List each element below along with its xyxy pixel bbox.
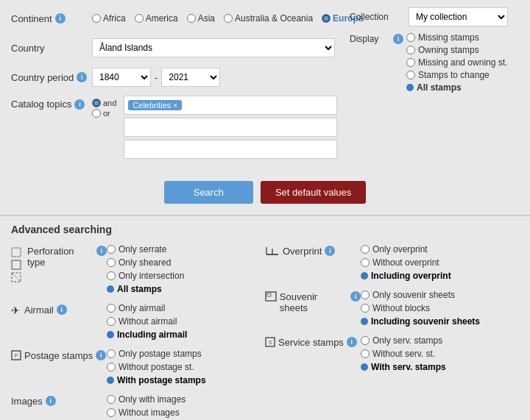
images-info-icon[interactable]: i bbox=[46, 396, 56, 406]
overprint-without[interactable]: Without overprint bbox=[361, 257, 451, 268]
service-info-icon[interactable]: i bbox=[347, 337, 357, 347]
souvenir-info-icon[interactable]: i bbox=[350, 291, 361, 302]
images-options: Only with images Without images With ima… bbox=[107, 394, 186, 420]
perforation-options: Only serrate Only sheared Only intersect… bbox=[107, 244, 184, 294]
souvenir-without-blocks[interactable]: Without blocks bbox=[361, 303, 480, 313]
airmail-without[interactable]: Without airmail bbox=[107, 316, 187, 327]
airmail-only[interactable]: Only airmail bbox=[107, 303, 187, 313]
svg-rect-10 bbox=[267, 293, 271, 296]
display-owning[interactable]: Owning stamps bbox=[406, 45, 507, 55]
airmail-including[interactable]: Including airmail bbox=[107, 330, 187, 340]
perf-only-intersection[interactable]: Only intersection bbox=[107, 271, 184, 281]
airmail-group: ✈ Airmail i Only airmail Without airmail bbox=[11, 303, 265, 340]
perforation-group: Perforation type i Only serrate Only she… bbox=[11, 244, 265, 294]
continent-info-icon[interactable]: i bbox=[55, 13, 66, 24]
country-period-info-icon[interactable]: i bbox=[77, 72, 87, 82]
period-separator: - bbox=[155, 72, 158, 83]
souvenir-only[interactable]: Only souvenir sheets bbox=[361, 290, 480, 300]
service-only[interactable]: Only serv. stamps bbox=[361, 335, 446, 346]
service-dot bbox=[361, 363, 368, 371]
souvenir-group: Souvenir sheets i Only souvenir sheets W… bbox=[265, 290, 519, 327]
continent-asia[interactable]: Asia bbox=[187, 13, 215, 24]
catalog-topics-info-icon[interactable]: i bbox=[74, 99, 85, 110]
airmail-options: Only airmail Without airmail Including a… bbox=[107, 303, 187, 340]
svg-text:P: P bbox=[15, 353, 18, 358]
continent-radio-group: Africa America Asia Australia & Oceania … bbox=[92, 13, 363, 24]
perf-all-stamps[interactable]: All stamps bbox=[107, 284, 184, 294]
overprint-label: Overprint bbox=[283, 246, 322, 257]
collection-select[interactable]: My collection bbox=[409, 7, 508, 26]
period-row: 1840 - 2021 bbox=[92, 68, 220, 87]
postage-without[interactable]: Without postage st. bbox=[107, 362, 206, 372]
overprint-info-icon[interactable]: i bbox=[325, 246, 335, 256]
service-group: S Service stamps i Only serv. stamps Wit… bbox=[265, 335, 519, 372]
tag-celebrities[interactable]: Celebrities × bbox=[128, 100, 182, 110]
images-only[interactable]: Only with images bbox=[107, 394, 186, 405]
display-info-icon[interactable]: i bbox=[393, 34, 403, 44]
country-period-label: Country period bbox=[11, 72, 74, 83]
display-missing[interactable]: Missing stamps bbox=[406, 32, 507, 43]
search-button[interactable]: Search bbox=[164, 181, 253, 204]
continent-australia[interactable]: Australia & Oceania bbox=[224, 13, 313, 24]
perf-only-sheared[interactable]: Only sheared bbox=[107, 257, 184, 268]
airmail-dot bbox=[107, 331, 114, 338]
postage-only[interactable]: Only postage stamps bbox=[107, 349, 206, 359]
sheared-icon bbox=[11, 260, 21, 270]
perforation-label: Perforation type bbox=[27, 246, 93, 268]
souvenir-including[interactable]: Including souvenir sheets bbox=[361, 316, 480, 327]
serrate-icon bbox=[11, 247, 21, 257]
country-label: Country bbox=[11, 43, 45, 54]
service-icon: S bbox=[265, 337, 275, 347]
display-missing-owning[interactable]: Missing and owning st. bbox=[406, 57, 507, 68]
overprint-group: Overprint i Only overprint Without overp… bbox=[265, 244, 519, 281]
postage-info-icon[interactable]: i bbox=[96, 350, 106, 360]
set-default-button[interactable]: Set default values bbox=[261, 181, 366, 204]
advanced-section: Advanced searching bbox=[0, 215, 530, 420]
souvenir-dot bbox=[361, 318, 368, 325]
button-row: Search Set default values bbox=[0, 181, 530, 204]
display-all-stamps[interactable]: All stamps bbox=[406, 82, 507, 93]
overprint-icon bbox=[265, 246, 280, 256]
tag-label: Celebrities bbox=[132, 101, 171, 110]
continent-africa[interactable]: Africa bbox=[92, 13, 126, 24]
images-without[interactable]: Without images bbox=[107, 407, 186, 418]
overprint-options: Only overprint Without overprint Includi… bbox=[361, 244, 451, 281]
service-label: Service stamps bbox=[278, 337, 344, 348]
service-with[interactable]: With serv. stamps bbox=[361, 362, 446, 372]
catalog-or-radio[interactable]: or bbox=[92, 109, 116, 118]
overprint-dot bbox=[361, 272, 368, 280]
souvenir-options: Only souvenir sheets Without blocks Incl… bbox=[361, 290, 480, 327]
topic-input-3[interactable] bbox=[124, 140, 337, 159]
continent-america[interactable]: America bbox=[135, 13, 178, 24]
postage-icon: P bbox=[11, 350, 21, 360]
period-from-input[interactable]: 1840 bbox=[92, 68, 151, 87]
postage-group: P Postage stamps i Only postage stamps W… bbox=[11, 349, 265, 385]
perf-all-dot bbox=[107, 285, 114, 293]
topic-tag-input[interactable]: Celebrities × bbox=[124, 96, 337, 115]
postage-with[interactable]: With postage stamps bbox=[107, 375, 206, 385]
souvenir-icon bbox=[265, 291, 277, 302]
postage-dot bbox=[107, 377, 114, 384]
perf-only-serrate[interactable]: Only serrate bbox=[107, 244, 184, 255]
continent-label: Continent bbox=[11, 13, 52, 24]
images-group: Images i Only with images Without images… bbox=[11, 394, 265, 420]
display-options: Missing stamps Owning stamps Missing and… bbox=[406, 32, 507, 93]
country-select[interactable]: Åland Islands bbox=[92, 38, 335, 57]
overprint-including[interactable]: Including overprint bbox=[361, 271, 451, 281]
postage-options: Only postage stamps Without postage st. … bbox=[107, 349, 206, 385]
tag-close-button[interactable]: × bbox=[173, 102, 177, 110]
airmail-info-icon[interactable]: i bbox=[57, 305, 67, 315]
svg-rect-0 bbox=[12, 248, 21, 257]
airmail-icon: ✈ bbox=[11, 305, 20, 316]
period-to-input[interactable]: 2021 bbox=[161, 68, 220, 87]
perforation-info-icon[interactable]: i bbox=[96, 246, 107, 256]
display-stamps-change[interactable]: Stamps to change bbox=[406, 70, 507, 80]
postage-label: Postage stamps bbox=[24, 350, 93, 361]
catalog-and-radio[interactable]: and bbox=[92, 99, 116, 107]
topic-input-2[interactable] bbox=[124, 118, 337, 137]
service-without[interactable]: Without serv. st. bbox=[361, 349, 446, 359]
topics-inputs: Celebrities × bbox=[124, 96, 337, 159]
svg-line-3 bbox=[12, 273, 21, 282]
svg-rect-1 bbox=[12, 260, 21, 269]
overprint-only[interactable]: Only overprint bbox=[361, 244, 451, 255]
